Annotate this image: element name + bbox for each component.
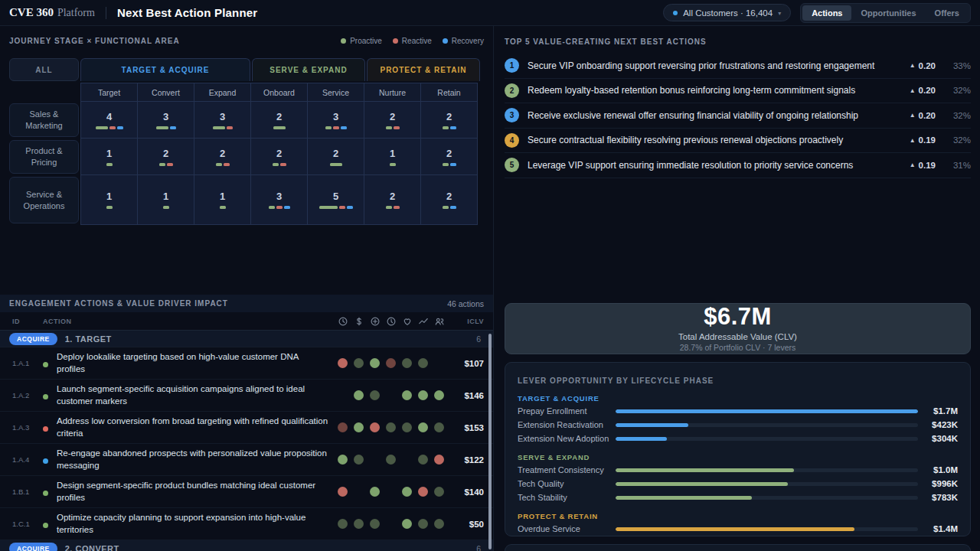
driver-dot-g2 (418, 390, 428, 400)
segment-reactive (224, 163, 230, 166)
action-text: Address low conversion from broad target… (57, 416, 335, 439)
segment-proactive (106, 206, 113, 209)
matrix-row: Product & Pricing1222212 (9, 139, 484, 175)
customer-filter-dropdown[interactable]: All Customers · 16,404 ▾ (663, 4, 791, 21)
driver-dot-slot (415, 358, 431, 368)
action-row[interactable]: 1.C.1Optimize capacity planning to suppo… (0, 508, 493, 540)
section-count: 6 (476, 334, 484, 344)
total-value-label: Total Addressable Value (CLV) (678, 332, 797, 341)
matrix-cell[interactable]: 3 (251, 175, 308, 225)
segment-recovery (170, 126, 176, 129)
matrix-cell[interactable]: 2 (364, 102, 421, 139)
matrix-cell-count: 1 (106, 191, 112, 202)
matrix-cell[interactable]: 3 (138, 102, 194, 139)
segment-proactive (443, 163, 449, 166)
driver-dot-g1 (402, 422, 412, 432)
engagement-header: ENGAGEMENT ACTIONS & VALUE DRIVER IMPACT… (0, 295, 493, 312)
top5-item[interactable]: 3Receive exclusive renewal offer ensurin… (505, 103, 971, 129)
action-row[interactable]: 1.A.3Address low conversion from broad t… (0, 412, 493, 444)
driver-dot-slot (367, 390, 383, 400)
legend-recovery: Recovery (443, 37, 484, 45)
matrix-cell[interactable]: 3 (194, 102, 251, 139)
driver-dot-slot (335, 455, 351, 465)
matrix-cell-count: 3 (276, 191, 282, 202)
matrix-cell[interactable]: 2 (421, 139, 478, 175)
matrix-col-nurture: Nurture (364, 83, 421, 102)
driver-dot-slot (415, 519, 431, 529)
lever-groups: TARGET & ACQUIREPrepay Enrollment$1.7MEx… (518, 394, 958, 536)
tab-offers[interactable]: Offers (926, 5, 969, 21)
action-status (43, 485, 57, 499)
scrollbar-thumb[interactable] (488, 334, 492, 549)
matrix-cell[interactable]: 2 (194, 139, 251, 175)
matrix-cell[interactable]: 2 (251, 102, 308, 139)
matrix-cell-segments (106, 163, 113, 166)
matrix-tab-all[interactable]: ALL (9, 58, 79, 81)
driver-dot-slot (399, 390, 415, 400)
top5-percent: 32% (948, 135, 971, 145)
matrix-cell-segments (106, 206, 113, 209)
segment-proactive (443, 206, 449, 209)
legend-dot-icon (393, 38, 398, 44)
matrix-cell[interactable]: 1 (364, 139, 421, 175)
matrix-cell[interactable]: 4 (81, 102, 138, 139)
action-status (43, 357, 57, 370)
matrix-cell[interactable]: 2 (364, 175, 421, 225)
matrix-tab-target-acquire[interactable]: TARGET & ACQUIRE (80, 58, 250, 81)
matrix-cell[interactable]: 1 (81, 175, 138, 225)
driver-dot-slot (351, 358, 367, 368)
matrix-cell-count: 2 (390, 191, 395, 202)
matrix-cell[interactable]: 1 (138, 175, 194, 225)
matrix-cell-segments (220, 206, 226, 209)
matrix-cell[interactable]: 5 (308, 175, 364, 225)
segment-reactive (276, 206, 283, 209)
matrix-cell-count: 1 (163, 191, 168, 202)
matrix-tab-protect-retain[interactable]: PROTECT & RETAIN (367, 58, 480, 81)
top5-item[interactable]: 4Secure contractual flexibility resolvin… (505, 129, 971, 154)
action-row[interactable]: 1.A.1Deploy lookalike targeting based on… (0, 347, 493, 380)
top5-item[interactable]: 5Leverage VIP support ensuring immediate… (505, 153, 971, 178)
lever-row: Extension New Adoption$304K (518, 432, 958, 445)
tab-actions[interactable]: Actions (802, 5, 851, 21)
action-id: 1.A.4 (12, 455, 43, 464)
matrix-cell[interactable]: 2 (421, 102, 478, 139)
matrix-cell[interactable]: 2 (251, 139, 308, 175)
matrix-cell[interactable]: 2 (138, 139, 194, 175)
lever-bar-track (616, 409, 918, 413)
driver-dot-slot (351, 455, 367, 465)
driver-dot-g2 (402, 487, 412, 497)
segment-reactive (394, 206, 400, 209)
matrix-cell[interactable]: 1 (194, 175, 251, 225)
matrix-cell[interactable]: 3 (308, 102, 364, 139)
driver-dot-slot (351, 390, 367, 400)
driver-dot-g2 (370, 358, 380, 368)
section-label: 2. CONVERT (65, 544, 476, 551)
matrix-cell-count: 2 (446, 148, 452, 159)
tab-opportunities[interactable]: Opportunities (851, 5, 925, 21)
matrix-tab-serve-expand[interactable]: SERVE & EXPAND (252, 58, 365, 81)
driver-dot-g1 (338, 519, 348, 529)
matrix-cell-segments (216, 163, 230, 166)
driver-dot-g1 (354, 519, 364, 529)
driver-dot-r2 (418, 487, 428, 497)
action-row[interactable]: 1.A.4Re-engage abandoned prospects with … (0, 444, 493, 476)
engagement-panel: ENGAGEMENT ACTIONS & VALUE DRIVER IMPACT… (0, 295, 493, 551)
action-row[interactable]: 1.A.2Launch segment-specific acquisition… (0, 380, 493, 412)
top5-item[interactable]: 2Redeem loyalty-based retention bonus re… (505, 79, 971, 104)
matrix-cell[interactable]: 1 (81, 139, 138, 175)
segment-recovery (284, 206, 290, 209)
brand-suffix: Platform (57, 7, 95, 19)
next-card-peek (505, 544, 971, 551)
matrix-cell[interactable]: 2 (308, 139, 364, 175)
matrix-col-expand: Expand (194, 83, 251, 102)
rank-badge: 1 (505, 58, 519, 73)
action-text: Optimize capacity planning to support ex… (57, 512, 335, 536)
driver-dot-g1 (418, 358, 428, 368)
matrix-cell[interactable]: 2 (421, 175, 478, 225)
matrix-row-label: Service & Operations (9, 177, 79, 223)
top5-delta: ▲0.20 (910, 111, 936, 120)
top5-item[interactable]: 1Secure VIP onboarding support reversing… (505, 54, 971, 79)
action-row[interactable]: 1.B.1Design segment-specific product bun… (0, 476, 493, 508)
section-badge: ACQUIRE (9, 543, 57, 551)
driver-dot-r2 (434, 455, 444, 465)
